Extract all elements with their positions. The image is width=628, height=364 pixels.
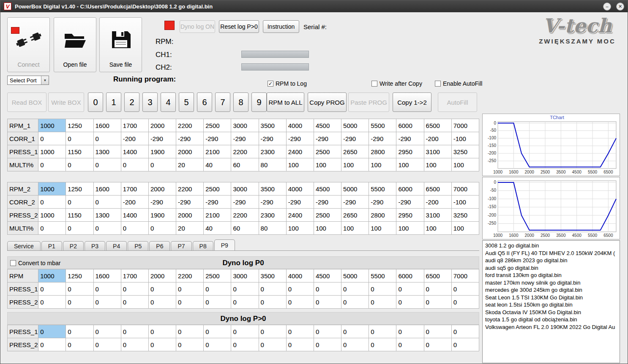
cell-PRESS_1-14[interactable]: 0 [424,283,451,296]
cell-MULTI%-12[interactable]: 100 [369,158,396,171]
select-port-dropdown[interactable]: Select Port ▼ [7,76,49,85]
cell-RPM_2-4[interactable]: 2000 [148,182,176,196]
cell-MULTI%-13[interactable]: 100 [396,158,424,171]
cell-CORR_1-0[interactable]: 0 [38,132,66,145]
cell-PRESS_1-8[interactable]: 0 [259,325,286,338]
cell-CORR_2-14[interactable]: -200 [424,196,451,209]
cell-RPM_2-15[interactable]: 7000 [451,182,479,196]
cell-PRESS_2-13[interactable]: 0 [396,338,424,351]
tab-p5[interactable]: P5 [128,241,148,250]
enable-autofill-checkbox[interactable]: Enable AutoFill [435,80,482,87]
file-item[interactable]: Seat Leon 1.5 TSI 130KM Go Digital.bin [485,294,617,302]
cell-MULTI%-5[interactable]: 20 [176,158,204,171]
cell-PRESS_2-12[interactable]: 2800 [369,209,396,222]
cell-PRESS_2-6[interactable]: 0 [204,296,231,309]
cell-PRESS_1-2[interactable]: 0 [93,325,121,338]
cell-PRESS_2-0[interactable]: 0 [38,338,66,351]
cell-PRESS_1-9[interactable]: 0 [286,325,314,338]
cell-PRESS_2-3[interactable]: 0 [121,338,148,351]
cell-RPM_1-1[interactable]: 1250 [66,119,93,132]
enable-autofill-checkbox-box[interactable] [435,81,441,87]
close-button[interactable]: ✕ [616,3,624,11]
number-button-9[interactable]: 9 [251,92,267,112]
cell-CORR_2-10[interactable]: -290 [314,196,341,209]
number-button-2[interactable]: 2 [124,92,139,112]
cell-CORR_1-5[interactable]: -290 [176,132,204,145]
cell-CORR_1-6[interactable]: -290 [204,132,231,145]
reset-log-button[interactable]: Reset log P>0 [219,20,259,33]
cell-PRESS_2-10[interactable]: 2500 [314,209,341,222]
cell-CORR_2-0[interactable]: 0 [38,196,66,209]
copy-1-to-2-button[interactable]: Copy 1->2 [393,92,431,112]
rpm-to-log-checkbox-box[interactable]: ✓ [268,81,273,87]
cell-CORR_2-9[interactable]: -290 [286,196,314,209]
dyno-log-on-button[interactable]: Dyno log ON [180,20,215,33]
cell-RPM_1-0[interactable]: 1000 [38,119,66,132]
cell-RPM_1-14[interactable]: 6500 [424,119,451,132]
cell-RPM_1-5[interactable]: 2200 [176,119,204,132]
cell-PRESS_1-15[interactable]: 0 [451,283,479,296]
cell-MULTI%-6[interactable]: 40 [204,222,231,235]
cell-RPM-8[interactable]: 3500 [259,269,286,283]
cell-RPM-6[interactable]: 2500 [204,269,231,283]
cell-MULTI%-4[interactable]: 0 [148,158,176,171]
cell-PRESS_2-0[interactable]: 1000 [38,209,66,222]
cell-MULTI%-0[interactable]: 0 [38,222,66,235]
cell-PRESS_1-5[interactable]: 0 [176,283,204,296]
cell-MULTI%-7[interactable]: 60 [231,158,259,171]
cell-PRESS_2-8[interactable]: 0 [259,296,286,309]
cell-MULTI%-3[interactable]: 0 [121,222,148,235]
cell-CORR_1-12[interactable]: -290 [369,132,396,145]
number-button-0[interactable]: 0 [88,92,103,112]
cell-RPM-7[interactable]: 3000 [231,269,259,283]
cell-CORR_1-2[interactable]: 0 [93,132,121,145]
cell-PRESS_2-14[interactable]: 3100 [424,209,451,222]
cell-PRESS_2-12[interactable]: 0 [369,296,396,309]
copy-prog-button[interactable]: Copy PROG [308,92,347,112]
number-button-6[interactable]: 6 [197,92,212,112]
cell-PRESS_1-0[interactable]: 0 [38,283,66,296]
cell-PRESS_1-14[interactable]: 0 [424,325,451,338]
cell-RPM_1-7[interactable]: 3000 [231,119,259,132]
rpm-to-log-checkbox[interactable]: ✓RPM to Log [268,80,307,87]
cell-PRESS_1-12[interactable]: 2800 [369,145,396,158]
cell-CORR_1-14[interactable]: -200 [424,132,451,145]
cell-PRESS_1-8[interactable]: 2300 [259,145,286,158]
cell-PRESS_1-11[interactable]: 2650 [341,145,369,158]
cell-PRESS_2-1[interactable]: 0 [66,338,93,351]
tab-p1[interactable]: P1 [41,241,62,250]
cell-PRESS_1-10[interactable]: 2500 [314,145,341,158]
cell-RPM-3[interactable]: 1700 [121,269,148,283]
cell-CORR_2-4[interactable]: -290 [148,196,176,209]
chevron-down-icon[interactable]: ▼ [41,76,49,84]
cell-RPM_1-8[interactable]: 3500 [259,119,286,132]
minimize-button[interactable]: – [603,3,611,11]
cell-CORR_2-6[interactable]: -290 [204,196,231,209]
cell-RPM_1-2[interactable]: 1600 [93,119,121,132]
cell-RPM-0[interactable]: 1000 [38,269,66,283]
save-file-button[interactable]: Save file [99,17,142,72]
cell-PRESS_1-6[interactable]: 0 [204,325,231,338]
autofill-button[interactable]: AutoFill [438,92,477,112]
cell-PRESS_1-10[interactable]: 0 [314,283,341,296]
cell-RPM-9[interactable]: 4000 [286,269,314,283]
cell-CORR_1-11[interactable]: -290 [341,132,369,145]
cell-RPM-10[interactable]: 4500 [314,269,341,283]
file-item[interactable]: mercedes gle 300d 245km go digital.bin [485,286,617,294]
tab-p3[interactable]: P3 [85,241,105,250]
cell-PRESS_1-4[interactable]: 0 [148,325,176,338]
cell-PRESS_1-8[interactable]: 0 [259,283,286,296]
cell-RPM_1-15[interactable]: 7000 [451,119,479,132]
cell-CORR_2-15[interactable]: -100 [451,196,479,209]
cell-MULTI%-5[interactable]: 20 [176,222,204,235]
cell-CORR_1-15[interactable]: -100 [451,132,479,145]
cell-PRESS_2-13[interactable]: 2950 [396,209,424,222]
cell-RPM_1-4[interactable]: 2000 [148,119,176,132]
cell-PRESS_2-8[interactable]: 2300 [259,209,286,222]
cell-PRESS_1-7[interactable]: 2200 [231,145,259,158]
file-item[interactable]: toyota 1.5 go digital od obciążenia.bin [485,316,617,323]
file-item[interactable]: audi q8 286km 2023 go digital.bin [485,257,617,264]
number-button-4[interactable]: 4 [161,92,176,112]
cell-PRESS_2-4[interactable]: 0 [148,338,176,351]
cell-CORR_2-7[interactable]: -290 [231,196,259,209]
